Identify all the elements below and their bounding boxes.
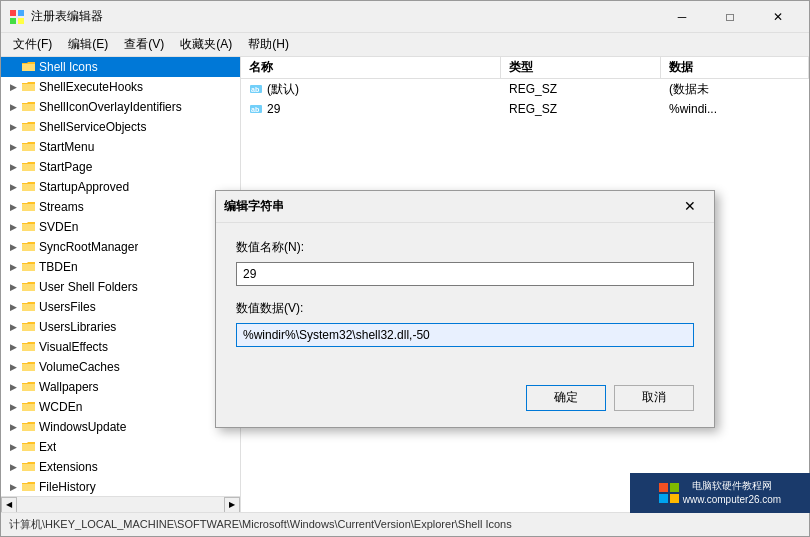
expand-arrow [5, 459, 21, 475]
tree-item-shellserviceobjects[interactable]: ShellServiceObjects [1, 117, 240, 137]
tree-label: ShellExecuteHooks [39, 80, 143, 94]
app-icon [9, 9, 25, 25]
expand-arrow [5, 79, 21, 95]
tree-label: TBDEn [39, 260, 78, 274]
close-button[interactable]: ✕ [755, 3, 801, 31]
name-label: 数值名称(N): [236, 239, 694, 256]
expand-arrow [5, 259, 21, 275]
tree-label: Shell Icons [39, 60, 98, 74]
folder-icon [21, 379, 37, 395]
tree-item-wcden[interactable]: WCDEn [1, 397, 240, 417]
tree-label: ShellIconOverlayIdentifiers [39, 100, 182, 114]
tree-label: FileHistory [39, 480, 96, 494]
tree-item-startpage[interactable]: StartPage [1, 157, 240, 177]
reg-name: 29 [267, 102, 280, 116]
folder-icon [21, 119, 37, 135]
edit-string-dialog: 编辑字符串 ✕ 数值名称(N): 数值数据(V): 确定 取消 [215, 190, 715, 428]
folder-icon [21, 319, 37, 335]
tree-label: Wallpapers [39, 380, 99, 394]
watermark-line1: 电脑软硬件教程网 [683, 479, 781, 493]
scroll-right-btn[interactable]: ▶ [224, 497, 240, 513]
folder-icon [21, 419, 37, 435]
expand-arrow [5, 379, 21, 395]
folder-icon [21, 199, 37, 215]
title-bar: 注册表编辑器 ─ □ ✕ [1, 1, 809, 33]
folder-icon [21, 479, 37, 495]
tree-item-ext[interactable]: Ext [1, 437, 240, 457]
expand-arrow [5, 279, 21, 295]
watermark: 电脑软硬件教程网 www.computer26.com [630, 473, 810, 513]
tree-scroll-area[interactable]: Shell Icons ShellExecuteHooks [1, 57, 240, 496]
folder-icon [21, 59, 37, 75]
expand-arrow [5, 119, 21, 135]
svg-rect-0 [10, 10, 16, 16]
window-controls: ─ □ ✕ [659, 3, 801, 31]
tree-item-startupapproved[interactable]: StartupApproved [1, 177, 240, 197]
reg-type-cell: REG_SZ [501, 82, 661, 96]
tree-label: WindowsUpdate [39, 420, 126, 434]
minimize-button[interactable]: ─ [659, 3, 705, 31]
folder-icon [21, 99, 37, 115]
tree-item-shell-icons[interactable]: Shell Icons [1, 57, 240, 77]
menu-favorites[interactable]: 收藏夹(A) [172, 34, 240, 55]
folder-icon [21, 299, 37, 315]
tree-item-shellexecutehooks[interactable]: ShellExecuteHooks [1, 77, 240, 97]
tree-label: Extensions [39, 460, 98, 474]
tree-label: StartMenu [39, 140, 94, 154]
tree-item-tbden[interactable]: TBDEn [1, 257, 240, 277]
svg-text:ab: ab [251, 86, 259, 93]
maximize-button[interactable]: □ [707, 3, 753, 31]
tree-item-shelliconoverlayidentifiers[interactable]: ShellIconOverlayIdentifiers [1, 97, 240, 117]
svg-rect-11 [670, 494, 679, 503]
expand-arrow [5, 179, 21, 195]
ok-button[interactable]: 确定 [526, 385, 606, 411]
menu-file[interactable]: 文件(F) [5, 34, 60, 55]
tree-horizontal-scrollbar: ◀ ▶ [1, 496, 240, 512]
tree-item-volumecaches[interactable]: VolumeCaches [1, 357, 240, 377]
tree-label: StartPage [39, 160, 92, 174]
tree-item-syncrootmanager[interactable]: SyncRootManager [1, 237, 240, 257]
expand-arrow [5, 239, 21, 255]
tree-item-extensions[interactable]: Extensions [1, 457, 240, 477]
tree-item-windowsupdate[interactable]: WindowsUpdate [1, 417, 240, 437]
tree-item-usershellfolders[interactable]: User Shell Folders [1, 277, 240, 297]
tree-item-usersfiles[interactable]: UsersFiles [1, 297, 240, 317]
scroll-track[interactable] [17, 497, 224, 513]
tree-label: SyncRootManager [39, 240, 138, 254]
menu-view[interactable]: 查看(V) [116, 34, 172, 55]
tree-item-userslibraries[interactable]: UsersLibraries [1, 317, 240, 337]
expand-arrow [5, 419, 21, 435]
expand-arrow [5, 99, 21, 115]
menu-edit[interactable]: 编辑(E) [60, 34, 116, 55]
folder-icon [21, 179, 37, 195]
svg-rect-3 [18, 18, 24, 24]
expand-arrow [5, 219, 21, 235]
folder-icon [21, 159, 37, 175]
folder-icon [21, 219, 37, 235]
folder-icon [21, 399, 37, 415]
tree-label: Ext [39, 440, 56, 454]
expand-arrow [5, 59, 21, 75]
tree-item-svden[interactable]: SVDEn [1, 217, 240, 237]
registry-row-default[interactable]: ab (默认) REG_SZ (数据未 [241, 79, 809, 99]
registry-row-29[interactable]: ab 29 REG_SZ %windi... [241, 99, 809, 119]
tree-item-streams[interactable]: Streams [1, 197, 240, 217]
tree-label: WCDEn [39, 400, 82, 414]
expand-arrow [5, 139, 21, 155]
tree-item-filehistory[interactable]: FileHistory [1, 477, 240, 496]
registry-tree-panel: Shell Icons ShellExecuteHooks [1, 57, 241, 512]
status-text: 计算机\HKEY_LOCAL_MACHINE\SOFTWARE\Microsof… [9, 517, 512, 532]
menu-help[interactable]: 帮助(H) [240, 34, 297, 55]
tree-label: UsersLibraries [39, 320, 116, 334]
cancel-button[interactable]: 取消 [614, 385, 694, 411]
svg-rect-10 [659, 494, 668, 503]
tree-label: ShellServiceObjects [39, 120, 146, 134]
tree-item-startmenu[interactable]: StartMenu [1, 137, 240, 157]
folder-icon [21, 439, 37, 455]
tree-item-wallpapers[interactable]: Wallpapers [1, 377, 240, 397]
scroll-left-btn[interactable]: ◀ [1, 497, 17, 513]
dialog-close-button[interactable]: ✕ [674, 193, 706, 219]
name-input[interactable] [236, 262, 694, 286]
tree-item-visualeffects[interactable]: VisualEffects [1, 337, 240, 357]
data-input[interactable] [236, 323, 694, 347]
